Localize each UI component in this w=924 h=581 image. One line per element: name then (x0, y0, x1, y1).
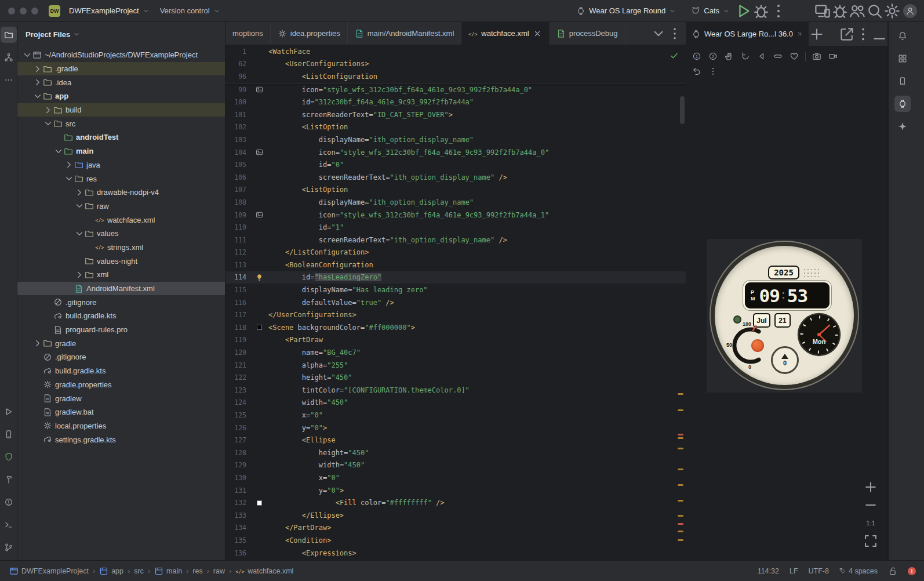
line-number[interactable]: 131 (225, 486, 252, 495)
line-number[interactable]: 124 (225, 398, 252, 406)
tree-item-settings-gradle-kts[interactable]: settings.gradle.kts (17, 433, 225, 446)
tree-item-gradle[interactable]: gradle (17, 336, 225, 350)
device-tab[interactable]: Wear OS Large Ro...l 36.0 (686, 22, 809, 46)
project-tool-button[interactable] (1, 27, 17, 43)
tree-item-main[interactable]: main (17, 144, 225, 158)
code-line-116[interactable]: 116defaultValue="true" /> (225, 296, 686, 309)
chevron-right-icon[interactable] (32, 339, 43, 348)
run-configuration-button[interactable]: Cats (686, 3, 735, 19)
open-in-new-window-button[interactable] (839, 22, 855, 46)
layout-inspector-button[interactable] (894, 50, 911, 67)
line-number[interactable]: 121 (225, 361, 252, 369)
line-number[interactable]: 114 (225, 273, 252, 281)
breadcrumb-item-dwfexampleproject[interactable]: DWFExampleProject (9, 567, 89, 576)
chevron-right-icon[interactable] (32, 64, 43, 74)
line-number[interactable]: 108 (225, 198, 252, 206)
breadcrumb-item-watchface-xml[interactable]: </>watchface.xml (235, 567, 293, 576)
code-line-123[interactable]: 123tintColor="[CONFIGURATION.themeColor.… (225, 384, 686, 397)
zoom-to-fit-button[interactable] (863, 534, 878, 548)
code-line-121[interactable]: 121alpha="255" (225, 359, 686, 372)
press-button-2-button[interactable]: 2 (705, 49, 721, 63)
breadcrumb-item-main[interactable]: main (154, 567, 182, 576)
change-marker[interactable] (678, 469, 683, 470)
code-line-115[interactable]: 115displayName="Has leading zero" (225, 284, 686, 296)
tree-item-values[interactable]: values (17, 227, 225, 241)
line-number[interactable]: 106 (225, 173, 252, 181)
code-line-109[interactable]: 109icon="style_wfs_312c30bf_f64a_461e_9c… (225, 209, 686, 221)
chevron-right-icon[interactable] (32, 78, 43, 87)
tree-item-build[interactable]: build (17, 103, 225, 117)
change-marker[interactable] (678, 523, 683, 525)
reset-view-button[interactable] (689, 64, 704, 78)
change-marker[interactable] (678, 434, 683, 435)
line-number[interactable]: 130 (225, 474, 252, 482)
breadcrumb-item-raw[interactable]: raw (213, 567, 225, 575)
line-number[interactable]: 103 (225, 136, 252, 144)
bulb-icon[interactable] (252, 274, 266, 281)
code-line-99[interactable]: 99icon="style_wfs_312c30bf_f64a_461e_9c9… (225, 83, 686, 96)
add-device-tab-button[interactable] (809, 22, 825, 46)
back-button[interactable] (754, 49, 769, 63)
tree-item-strings-xml[interactable]: </>strings.xml (17, 241, 225, 255)
line-number[interactable]: 129 (225, 461, 252, 469)
code-line-107[interactable]: 107<ListOption (225, 184, 686, 197)
tree-item-gitignore[interactable]: .gitignore (17, 295, 225, 309)
code-line-113[interactable]: 113<BooleanConfiguration (225, 259, 686, 271)
image-icon[interactable] (252, 211, 266, 219)
code-line-135[interactable]: 135<Condition> (225, 534, 686, 547)
debug-button[interactable] (752, 3, 770, 19)
code-line-130[interactable]: 130x="0" (225, 471, 686, 484)
line-number[interactable]: 96 (225, 72, 252, 81)
chevron-right-icon[interactable] (74, 188, 85, 197)
line-number[interactable]: 127 (225, 436, 252, 444)
line-number[interactable]: 110 (225, 223, 252, 231)
line-number[interactable]: 104 (225, 148, 252, 157)
panel-options-button[interactable] (855, 22, 871, 46)
tree-item-res[interactable]: res (17, 172, 225, 186)
hide-panel-button[interactable] (871, 22, 887, 46)
window-minimize-button[interactable] (20, 8, 27, 14)
line-number[interactable]: 99 (225, 86, 252, 94)
zoom-in-button[interactable] (863, 480, 878, 494)
change-marker[interactable] (678, 500, 683, 502)
rotate-device-button[interactable] (738, 49, 753, 63)
code-line-131[interactable]: 131y="0"> (225, 484, 686, 497)
project-panel-header[interactable]: Project Files (17, 22, 225, 46)
change-marker[interactable] (678, 515, 683, 517)
window-close-button[interactable] (8, 8, 15, 14)
tree-item-gradle-properties[interactable]: gradle.properties (17, 378, 225, 392)
tree-item-gradlew[interactable]: gradlew (17, 391, 225, 405)
structure-tool-button[interactable] (1, 49, 17, 66)
editor-scrollbar[interactable] (680, 96, 685, 124)
code-line-1[interactable]: 1<WatchFace (225, 45, 686, 58)
code-line-136[interactable]: 136<Expressions> (225, 547, 686, 560)
line-number[interactable]: 118 (225, 324, 252, 332)
error-analysis-indicator[interactable]: ! (908, 567, 916, 575)
tree-item-gitignore[interactable]: .gitignore (17, 350, 225, 364)
change-marker[interactable] (678, 539, 683, 541)
chevron-right-icon[interactable] (74, 270, 85, 279)
line-number[interactable]: 128 (225, 449, 252, 457)
run-button[interactable] (735, 3, 752, 19)
device-explorer-tool-button[interactable] (1, 426, 17, 442)
code-line-112[interactable]: 112</ListConfiguration> (225, 246, 686, 259)
code-line-127[interactable]: 127<Ellipse (225, 434, 686, 446)
line-number[interactable]: 113 (225, 261, 252, 269)
change-marker[interactable] (678, 448, 683, 449)
tree-item-watchface-xml[interactable]: </>watchface.xml (17, 213, 225, 227)
change-marker[interactable] (678, 409, 683, 411)
notifications-button[interactable] (894, 28, 911, 44)
more-tools-button[interactable] (1, 72, 17, 88)
code-line-106[interactable]: 106screenReaderText="ith_option_display_… (225, 171, 686, 184)
take-screenshot-button[interactable] (809, 49, 824, 63)
line-number[interactable]: 125 (225, 411, 252, 419)
line-number[interactable]: 126 (225, 424, 252, 432)
change-marker[interactable] (678, 531, 683, 532)
inspections-ok-icon[interactable] (670, 51, 679, 60)
editor-tab-moptions[interactable]: moptions (225, 22, 271, 45)
line-number[interactable]: 116 (225, 299, 252, 307)
tab-list-dropdown-button[interactable] (651, 26, 666, 41)
code-line-110[interactable]: 110id="1" (225, 221, 686, 234)
file-lock-status[interactable] (888, 567, 897, 576)
code-line-100[interactable]: 100id="312c30bf_f64a_461e_9c93_992f2fb7a… (225, 96, 686, 108)
